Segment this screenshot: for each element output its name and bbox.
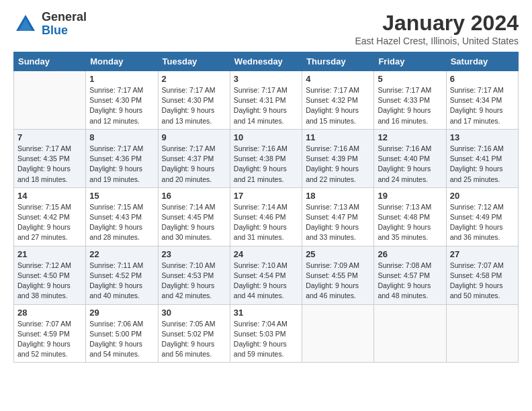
day-info: Sunrise: 7:15 AMSunset: 4:42 PMDaylight:… (17, 202, 82, 243)
day-info: Sunrise: 7:16 AMSunset: 4:40 PMDaylight:… (378, 144, 442, 185)
header: General Blue January 2024 East Hazel Cre… (13, 11, 519, 46)
week-row-3: 14Sunrise: 7:15 AMSunset: 4:42 PMDayligh… (14, 187, 519, 246)
day-info: Sunrise: 7:05 AMSunset: 5:02 PMDaylight:… (162, 319, 226, 360)
cell-w3-d4: 17Sunrise: 7:14 AMSunset: 4:46 PMDayligh… (230, 187, 302, 246)
day-info: Sunrise: 7:17 AMSunset: 4:32 PMDaylight:… (306, 85, 370, 126)
day-number: 16 (162, 191, 226, 201)
day-info: Sunrise: 7:04 AMSunset: 5:03 PMDaylight:… (234, 319, 298, 360)
day-info: Sunrise: 7:10 AMSunset: 4:53 PMDaylight:… (162, 261, 226, 302)
day-number: 11 (306, 132, 370, 142)
day-info: Sunrise: 7:09 AMSunset: 4:55 PMDaylight:… (306, 261, 370, 302)
logo: General Blue (13, 11, 87, 38)
day-number: 29 (89, 308, 154, 318)
cell-w5-d7 (446, 304, 518, 363)
calendar-table: SundayMondayTuesdayWednesdayThursdayFrid… (13, 52, 519, 363)
cell-w1-d6: 5Sunrise: 7:17 AMSunset: 4:33 PMDaylight… (374, 71, 446, 130)
day-number: 2 (162, 74, 226, 84)
page: General Blue January 2024 East Hazel Cre… (0, 0, 532, 411)
cell-w2-d7: 13Sunrise: 7:16 AMSunset: 4:41 PMDayligh… (446, 129, 518, 187)
header-friday: Friday (374, 52, 446, 71)
header-tuesday: Tuesday (158, 52, 230, 71)
header-row: SundayMondayTuesdayWednesdayThursdayFrid… (14, 52, 519, 71)
day-info: Sunrise: 7:17 AMSunset: 4:36 PMDaylight:… (89, 144, 154, 185)
calendar-body: 1Sunrise: 7:17 AMSunset: 4:30 PMDaylight… (14, 71, 519, 363)
day-number: 1 (89, 74, 154, 84)
cell-w2-d3: 9Sunrise: 7:17 AMSunset: 4:37 PMDaylight… (158, 129, 230, 187)
day-number: 17 (234, 191, 298, 201)
day-number: 8 (89, 132, 154, 142)
day-info: Sunrise: 7:17 AMSunset: 4:30 PMDaylight:… (162, 85, 226, 126)
day-number: 23 (162, 249, 226, 259)
day-number: 30 (162, 308, 226, 318)
day-number: 5 (378, 74, 442, 84)
day-info: Sunrise: 7:17 AMSunset: 4:37 PMDaylight:… (162, 144, 226, 185)
cell-w5-d2: 29Sunrise: 7:06 AMSunset: 5:00 PMDayligh… (86, 304, 158, 363)
day-info: Sunrise: 7:14 AMSunset: 4:46 PMDaylight:… (234, 202, 298, 243)
cell-w1-d4: 3Sunrise: 7:17 AMSunset: 4:31 PMDaylight… (230, 71, 302, 130)
day-number: 9 (162, 132, 226, 142)
subtitle: East Hazel Crest, Illinois, United State… (355, 36, 519, 46)
logo-text: General Blue (42, 11, 87, 38)
day-number: 31 (234, 308, 298, 318)
cell-w3-d3: 16Sunrise: 7:14 AMSunset: 4:45 PMDayligh… (158, 187, 230, 246)
day-info: Sunrise: 7:13 AMSunset: 4:47 PMDaylight:… (306, 202, 370, 243)
header-thursday: Thursday (302, 52, 374, 71)
cell-w1-d3: 2Sunrise: 7:17 AMSunset: 4:30 PMDaylight… (158, 71, 230, 130)
day-info: Sunrise: 7:06 AMSunset: 5:00 PMDaylight:… (89, 319, 154, 360)
day-info: Sunrise: 7:17 AMSunset: 4:34 PMDaylight:… (450, 85, 515, 126)
logo-blue-label: Blue (42, 24, 87, 38)
cell-w3-d5: 18Sunrise: 7:13 AMSunset: 4:47 PMDayligh… (302, 187, 374, 246)
cell-w1-d7: 6Sunrise: 7:17 AMSunset: 4:34 PMDaylight… (446, 71, 518, 130)
logo-icon (13, 12, 38, 36)
logo-general-label: General (42, 11, 87, 24)
cell-w2-d5: 11Sunrise: 7:16 AMSunset: 4:39 PMDayligh… (302, 129, 374, 187)
cell-w5-d5 (302, 304, 374, 363)
cell-w3-d2: 15Sunrise: 7:15 AMSunset: 4:43 PMDayligh… (86, 187, 158, 246)
week-row-4: 21Sunrise: 7:12 AMSunset: 4:50 PMDayligh… (14, 246, 519, 304)
day-info: Sunrise: 7:16 AMSunset: 4:41 PMDaylight:… (450, 144, 515, 185)
day-info: Sunrise: 7:16 AMSunset: 4:39 PMDaylight:… (306, 144, 370, 185)
week-row-2: 7Sunrise: 7:17 AMSunset: 4:35 PMDaylight… (14, 129, 519, 187)
day-info: Sunrise: 7:07 AMSunset: 4:59 PMDaylight:… (17, 319, 82, 360)
cell-w2-d6: 12Sunrise: 7:16 AMSunset: 4:40 PMDayligh… (374, 129, 446, 187)
day-number: 19 (378, 191, 442, 201)
day-info: Sunrise: 7:17 AMSunset: 4:31 PMDaylight:… (234, 85, 298, 126)
day-number: 22 (89, 249, 154, 259)
header-wednesday: Wednesday (230, 52, 302, 71)
title-block: January 2024 East Hazel Crest, Illinois,… (355, 11, 519, 46)
cell-w5-d6 (374, 304, 446, 363)
day-number: 26 (378, 249, 442, 259)
day-info: Sunrise: 7:07 AMSunset: 4:58 PMDaylight:… (450, 261, 515, 302)
cell-w4-d2: 22Sunrise: 7:11 AMSunset: 4:52 PMDayligh… (86, 246, 158, 304)
day-info: Sunrise: 7:13 AMSunset: 4:48 PMDaylight:… (378, 202, 442, 243)
day-number: 27 (450, 249, 515, 259)
day-number: 7 (17, 132, 82, 142)
week-row-5: 28Sunrise: 7:07 AMSunset: 4:59 PMDayligh… (14, 304, 519, 363)
day-info: Sunrise: 7:10 AMSunset: 4:54 PMDaylight:… (234, 261, 298, 302)
day-number: 15 (89, 191, 154, 201)
day-number: 6 (450, 74, 515, 84)
day-number: 13 (450, 132, 515, 142)
day-info: Sunrise: 7:17 AMSunset: 4:33 PMDaylight:… (378, 85, 442, 126)
cell-w5-d3: 30Sunrise: 7:05 AMSunset: 5:02 PMDayligh… (158, 304, 230, 363)
calendar-header: SundayMondayTuesdayWednesdayThursdayFrid… (14, 52, 519, 71)
day-info: Sunrise: 7:12 AMSunset: 4:50 PMDaylight:… (17, 261, 82, 302)
cell-w2-d1: 7Sunrise: 7:17 AMSunset: 4:35 PMDaylight… (14, 129, 86, 187)
day-number: 18 (306, 191, 370, 201)
day-info: Sunrise: 7:17 AMSunset: 4:30 PMDaylight:… (89, 85, 154, 126)
day-number: 21 (17, 249, 82, 259)
cell-w5-d1: 28Sunrise: 7:07 AMSunset: 4:59 PMDayligh… (14, 304, 86, 363)
day-info: Sunrise: 7:11 AMSunset: 4:52 PMDaylight:… (89, 261, 154, 302)
cell-w2-d2: 8Sunrise: 7:17 AMSunset: 4:36 PMDaylight… (86, 129, 158, 187)
cell-w1-d5: 4Sunrise: 7:17 AMSunset: 4:32 PMDaylight… (302, 71, 374, 130)
day-number: 12 (378, 132, 442, 142)
cell-w4-d1: 21Sunrise: 7:12 AMSunset: 4:50 PMDayligh… (14, 246, 86, 304)
cell-w4-d7: 27Sunrise: 7:07 AMSunset: 4:58 PMDayligh… (446, 246, 518, 304)
cell-w3-d6: 19Sunrise: 7:13 AMSunset: 4:48 PMDayligh… (374, 187, 446, 246)
cell-w4-d5: 25Sunrise: 7:09 AMSunset: 4:55 PMDayligh… (302, 246, 374, 304)
day-number: 25 (306, 249, 370, 259)
cell-w4-d3: 23Sunrise: 7:10 AMSunset: 4:53 PMDayligh… (158, 246, 230, 304)
day-number: 20 (450, 191, 515, 201)
week-row-1: 1Sunrise: 7:17 AMSunset: 4:30 PMDaylight… (14, 71, 519, 130)
day-number: 3 (234, 74, 298, 84)
